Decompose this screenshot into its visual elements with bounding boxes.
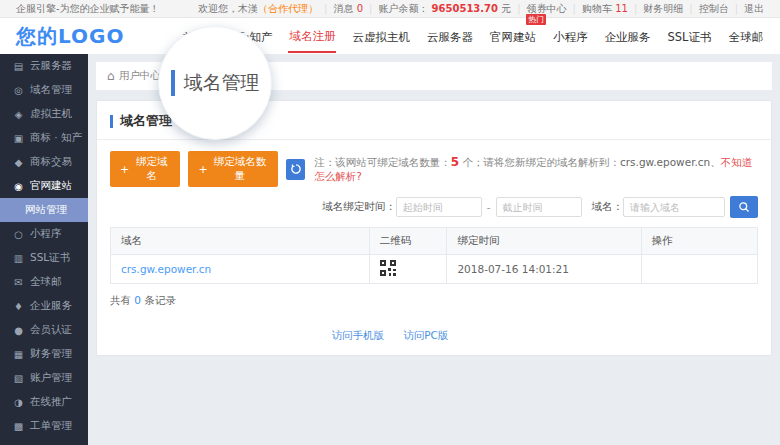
sidebar-item-trademark[interactable]: ▣ 商标 · 知产 [0,126,88,150]
nav-cloud-server[interactable]: 云服务器 [426,21,474,52]
nav-global-mail[interactable]: 全球邮 [728,21,765,52]
sidebar-item-website-building[interactable]: ◉ 官网建站 [0,174,88,198]
service-icon: ♦ [13,301,24,312]
toolbar: + 绑定域名 + 绑定域名数量 注：该网站可绑定域名数量：5 [110,151,758,187]
search-button[interactable] [730,196,758,218]
page: 企服引擎-为您的企业赋予能量！ 欢迎您，木漢 （合作代理） | 消息 0 | 账… [0,0,780,445]
sidebar-item-work-order[interactable]: ▩ 工单管理 [0,414,88,438]
nav-domain-register[interactable]: 域名注册 [288,20,336,53]
plus-icon: + [198,163,207,176]
title-accent-bar [110,115,113,128]
sidebar-item-enterprise-service[interactable]: ♦ 企业服务 [0,294,88,318]
plus-icon: + [120,163,129,176]
table-header-row: 域名 二维码 绑定时间 操作 [111,228,758,255]
cart-count: 11 [615,3,628,14]
zoom-callout-bubble: 域名管理 [158,26,272,140]
breadcrumb-level1[interactable]: 用户中心 [119,69,161,83]
bind-time-value: 2018-07-16 14:01:21 [447,255,641,284]
logout-link[interactable]: 退出 [744,2,764,16]
user-icon: ● [13,325,24,336]
ticket-icon: ▩ [13,421,24,432]
sidebar-item-finance-management[interactable]: ▦ 财务管理 [0,342,88,366]
certificate-icon: ▥ [13,253,24,264]
balance: 账户余额： 9650513.70 元 [378,2,511,16]
bind-note: 注：该网站可绑定域名数量：5 个；请将您新绑定的域名解析到：crs.gw.epo… [314,155,758,184]
gear-icon: ▧ [13,373,24,384]
main-area: ⌂ 用户中心 > 官网建站 域名管理 域名管理 + 绑定域名 [88,54,780,445]
bind-domain-button[interactable]: + 绑定域名 [110,151,180,187]
trade-icon: ◆ [13,157,24,168]
sidebar-item-online-promotion[interactable]: ◑ 在线推广 [0,390,88,414]
start-time-input[interactable] [396,197,482,217]
sidebar-item-trademark-trade[interactable]: ◆ 商标交易 [0,150,88,174]
nav-ssl-cert[interactable]: SSL证书 [666,21,712,52]
bind-time-label: 域名绑定时间： [322,200,396,214]
record-count: 共有 0 条记录 [110,294,758,308]
website-icon: ◉ [13,181,24,192]
title-accent-bar [171,70,175,96]
domain-table: 域名 二维码 绑定时间 操作 crs.gw.epower.cn [110,227,758,284]
bindable-count: 5 [451,155,459,169]
col-domain: 域名 [111,228,370,255]
miniapp-icon: ○ [13,229,24,240]
sidebar-item-mini-program[interactable]: ○ 小程序 [0,222,88,246]
message-count: 0 [357,3,363,14]
sidebar-item-virtual-host[interactable]: ◈ 虚拟主机 [0,102,88,126]
search-icon [738,201,750,213]
promotion-icon: ◑ [13,397,24,408]
balance-amount: 9650513.70 [432,3,498,14]
qr-code-icon[interactable] [380,260,396,276]
visit-links: 访问手机版 访问PC版 [66,324,714,343]
logo[interactable]: 您的LOGO [16,23,124,50]
filter-bar: 域名绑定时间： - 域名： [110,196,758,218]
user-role-badge: （合作代理） [258,2,318,16]
bind-domain-count-button[interactable]: + 绑定域名数量 [188,151,278,187]
finance-icon: ▦ [13,349,24,360]
sidebar-item-account-management[interactable]: ▧ 账户管理 [0,366,88,390]
messages-link[interactable]: 消息 0 [333,2,363,16]
nav-enterprise-service[interactable]: 企业服务 [603,21,651,52]
nav-mini-program[interactable]: 小程序 [552,21,589,52]
site-slogan: 企服引擎-为您的企业赋予能量！ [16,2,160,16]
callout-title: 域名管理 [184,70,260,96]
welcome-text: 欢迎您，木漢 [198,2,258,16]
visit-mobile-link[interactable]: 访问手机版 [332,329,385,341]
sidebar-item-ssl-cert[interactable]: ▥ SSL证书 [0,246,88,270]
sidebar: ▤ 云服务器 ◎ 域名管理 ◈ 虚拟主机 ▣ 商标 · 知产 ◆ 商标交易 ◉ … [0,54,88,445]
top-utility-bar: 企服引擎-为您的企业赋予能量！ 欢迎您，木漢 （合作代理） | 消息 0 | 账… [0,0,780,18]
server-icon: ▤ [13,61,24,72]
operation-cell [641,255,757,284]
nav-cloud-virtual-host[interactable]: 云虚拟主机 [351,21,411,52]
refresh-icon [290,163,302,175]
hot-badge: 热门 [526,14,546,25]
home-icon: ⌂ [107,69,115,83]
domain-search-input[interactable] [623,197,725,217]
col-qrcode: 二维码 [369,228,447,255]
nav-website-building[interactable]: 官网建站 热门 [489,21,537,52]
main-header: 您的LOGO 首页 商标·知产 域名注册 云虚拟主机 云服务器 官网建站 热门 … [0,18,780,54]
sidebar-item-domain-management[interactable]: ◎ 域名管理 [0,78,88,102]
cart-link[interactable]: 购物车 11 [582,2,628,16]
col-operation: 操作 [641,228,757,255]
domain-management-panel: 域名管理 + 绑定域名 + 绑定域名数量 [96,100,772,356]
table-row: crs.gw.epower.cn [111,255,758,284]
domain-label: 域名： [592,200,624,214]
console-link[interactable]: 控制台 [699,2,729,16]
document-icon: ▣ [13,133,24,144]
sidebar-subitem-website-management[interactable]: 网站管理 [0,198,88,222]
bound-domain-link[interactable]: crs.gw.epower.cn [121,263,211,275]
globe-icon: ◎ [13,85,24,96]
finance-detail-link[interactable]: 财务明细 [643,2,683,16]
sidebar-item-cloud-server[interactable]: ▤ 云服务器 [0,54,88,78]
end-time-input[interactable] [496,197,582,217]
visit-pc-link[interactable]: 访问PC版 [403,329,448,341]
resolve-target-domain: crs.gw.epower.cn、 [620,156,721,168]
refresh-button[interactable] [286,159,305,180]
col-bind-time: 绑定时间 [447,228,641,255]
mail-icon: ✉ [13,277,24,288]
host-icon: ◈ [13,109,24,120]
sidebar-item-global-mail[interactable]: ✉ 全球邮 [0,270,88,294]
